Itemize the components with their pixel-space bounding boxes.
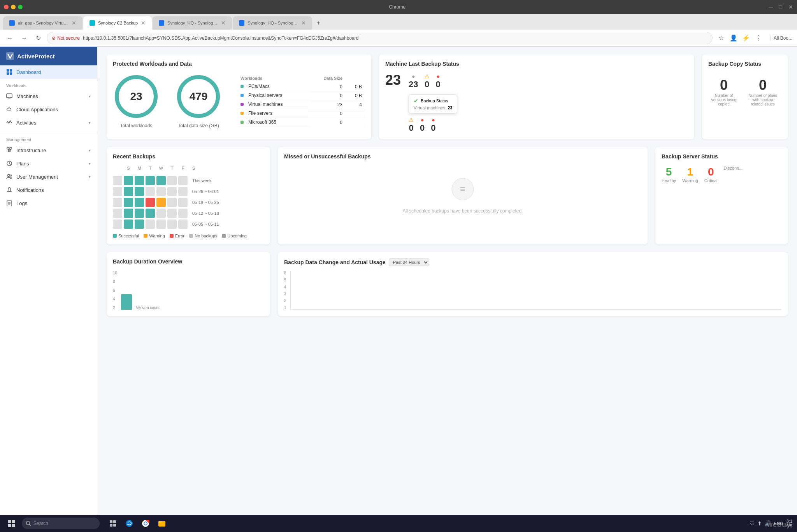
machine-status-title: Machine Last Backup Status [385,61,688,67]
workload-row-size: 0 B [346,82,365,91]
window-title: Chrome [29,4,766,10]
taskbar-search-text: Search [33,521,48,526]
taskbar-icon-edge[interactable] [122,516,136,530]
logo-text: ActiveProtect [17,53,55,60]
workload-row-name: Virtual machines [237,100,309,109]
data-change-period-select[interactable]: Past 24 Hours [389,258,429,266]
address-bar[interactable]: ⊗ Not secure https://10.0.1.35:5001/?lau… [47,32,713,44]
close-btn[interactable]: ✕ [788,4,793,10]
server-status-card: Backup Server Status 5 Healthy 1 Warning… [655,147,788,244]
sidebar-item-plans[interactable]: Plans ▾ [0,157,97,170]
new-tab-btn[interactable]: + [313,18,324,28]
calendar-cell [124,187,133,196]
duration-y-label: Version count [136,306,160,310]
forward-btn[interactable]: → [19,33,30,44]
tab-icon-3 [159,20,164,26]
day-s2: S [189,166,198,174]
tab-close-2[interactable]: ✕ [141,20,146,26]
legend-upcoming: Upcoming [222,234,247,238]
status-warn-2: ⚠ 0 [409,117,414,133]
status-warn-1: ⚠ 0 [425,73,430,90]
y-4: 4 [113,297,117,301]
sidebar-item-dashboard-label: Dashboard [16,69,41,75]
sidebar-item-cloud-applications[interactable]: Cloud Applications [0,103,97,116]
sidebar-item-logs[interactable]: Logs [0,197,97,210]
dc-y-5: 5 [284,278,286,282]
bookmarks-btn[interactable]: All Boo... [770,35,792,41]
calendar-cell [124,176,133,185]
notifications-icon [6,187,12,193]
infrastructure-chevron: ▾ [89,148,91,153]
not-secure-label: Not secure [57,35,80,41]
refresh-btn[interactable]: ↻ [33,33,44,44]
calendar-cell [113,176,122,185]
missed-title: Missed or Unsuccessful Backups [284,153,641,160]
sidebar-item-machines[interactable]: Machines ▾ [0,90,97,103]
calendar-cell [135,209,144,218]
svg-rect-35 [113,520,116,523]
minimize-btn[interactable]: ─ [769,4,773,10]
calendar-cell [178,219,188,229]
tab-4[interactable]: Synology_HQ - Synology Active... ✕ [233,16,312,30]
workload-row-count: 0 [309,91,346,100]
taskbar-icon-explorer[interactable] [155,516,169,530]
sidebar-item-activities[interactable]: Activities ▾ [0,116,97,129]
status-err-2-val: 0 [420,123,425,133]
legend-dot-successful [113,234,117,238]
cloud-apps-label: Cloud Applications [16,107,58,112]
tab-3[interactable]: Synology_HQ - Synology Active... ✕ [153,16,232,30]
browser-navbar: ← → ↻ ⊗ Not secure https://10.0.1.35:500… [0,30,797,47]
vm-label: Virtual machines [414,105,445,110]
sidebar-item-infrastructure[interactable]: Infrastructure ▾ [0,144,97,157]
extensions-btn[interactable]: ⚡ [741,33,751,44]
notifications-label: Notifications [16,187,44,193]
svg-rect-34 [110,520,112,523]
back-btn[interactable]: ← [5,33,16,44]
legend-label-successful: Successful [118,234,139,238]
user-btn[interactable]: 👤 [728,33,739,44]
stat-warning: 1 Warning [682,166,698,183]
svg-rect-2 [10,69,12,72]
activities-label: Activities [16,120,36,126]
svg-text:≡: ≡ [460,184,465,194]
duration-chart: 10 8 6 4 2 Version count [113,271,264,310]
status-err-1: ● 0 [436,73,441,90]
menu-btn[interactable]: ⋮ [753,33,764,44]
taskbar-icon-task-view[interactable] [106,516,120,530]
tab-close-1[interactable]: ✕ [72,20,76,26]
day-t2: T [167,166,177,174]
start-button[interactable] [5,516,19,530]
security-icon: ⊗ [52,35,56,41]
data-change-title: Backup Data Change and Actual Usage [284,259,386,265]
row-3: Backup Duration Overview 10 8 6 4 2 Vers… [107,252,788,316]
maximize-btn[interactable]: □ [779,4,782,10]
duration-bar-1 [121,294,132,310]
tab-2[interactable]: Synology C2 Backup ✕ [83,16,152,30]
vm-count: 23 [448,105,452,110]
sidebar-item-notifications[interactable]: Notifications [0,183,97,197]
workload-row-name: PCs/Macs [237,82,309,91]
plans-label: Plans [16,161,29,167]
week-label: 05-12 ~ 05-18 [192,211,219,216]
server-status-title: Backup Server Status [662,153,781,160]
taskbar-search[interactable]: Search [22,518,100,529]
dc-y-8: 8 [284,271,286,275]
taskbar-icon-chrome[interactable] [139,516,153,530]
bookmark-btn[interactable]: ☆ [716,33,727,44]
activities-icon [6,119,12,126]
tab-1[interactable]: air_gap - Synology VirtualDSM ✕ [3,16,83,30]
logo-icon [6,52,14,60]
sidebar-item-dashboard[interactable]: Dashboard [0,65,97,79]
sidebar-item-user-management[interactable]: User Management ▾ [0,170,97,183]
workload-row: Microsoft 365 0 [237,118,365,127]
machine-status-card: Machine Last Backup Status 23 ● 23 ⚠ [379,54,694,139]
tab-close-4[interactable]: ✕ [301,20,306,26]
workload-row-name: Physical servers [237,91,309,100]
backup-copy-val-1: 0 Number of versions being copied [708,77,739,106]
stat-critical: 0 Critical [704,166,718,183]
tab-close-3[interactable]: ✕ [221,20,226,26]
calendar-cell [124,198,133,207]
nav-icons: ☆ 👤 ⚡ ⋮ [716,33,764,44]
popup-row-success: ✔ Backup Status [414,98,452,104]
calendar-week: 05-19 ~ 05-25 [113,198,264,207]
